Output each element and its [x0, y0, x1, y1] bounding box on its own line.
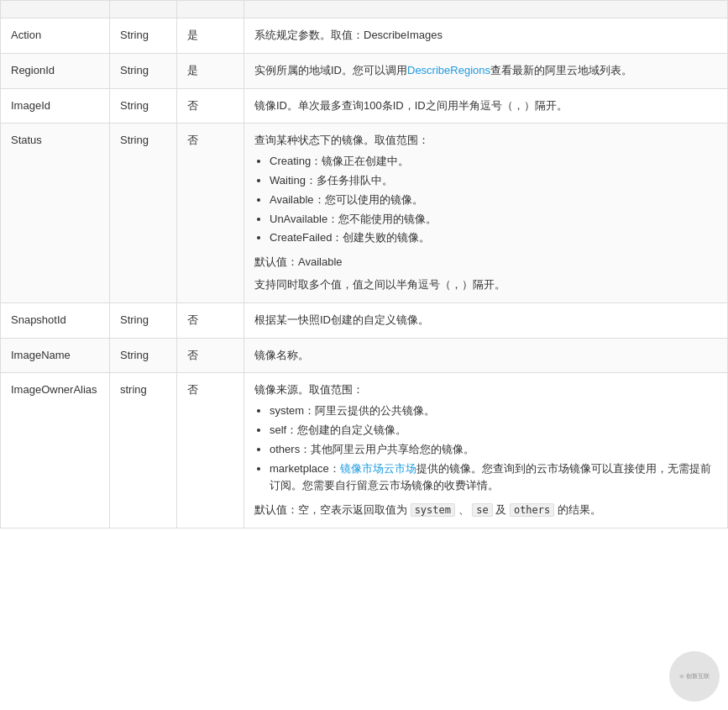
param-desc: 实例所属的地域ID。您可以调用DescribeRegions查看最新的阿里云地域…: [244, 53, 728, 88]
param-type: String: [110, 18, 177, 54]
param-type: String: [110, 88, 177, 124]
param-type: String: [110, 338, 177, 373]
param-required: 否: [177, 124, 244, 302]
param-type: String: [110, 302, 177, 338]
param-desc: 镜像名称。: [244, 338, 728, 373]
param-required: 是: [177, 53, 244, 88]
param-required: 否: [177, 373, 244, 529]
param-required: 是: [177, 18, 244, 54]
param-name: SnapshotId: [1, 302, 110, 338]
param-name: RegionId: [1, 53, 110, 88]
describe-regions-link[interactable]: DescribeRegions: [407, 64, 490, 76]
param-type: String: [110, 53, 177, 88]
header-required: [177, 1, 244, 18]
param-desc: 镜像来源。取值范围：system：阿里云提供的公共镜像。self：您创建的自定义…: [244, 373, 728, 529]
param-name: ImageName: [1, 338, 110, 373]
param-type: String: [110, 124, 177, 302]
header-name: [1, 1, 110, 18]
param-required: 否: [177, 302, 244, 338]
param-desc: 根据某一快照ID创建的自定义镜像。: [244, 302, 728, 338]
param-name: Status: [1, 124, 110, 302]
header-desc: [244, 1, 728, 18]
param-desc: 镜像ID。单次最多查询100条ID，ID之间用半角逗号（，）隔开。: [244, 88, 728, 124]
param-required: 否: [177, 88, 244, 124]
param-required: 否: [177, 338, 244, 373]
param-desc: 系统规定参数。取值：DescribeImages: [244, 18, 728, 54]
header-type: [110, 1, 177, 18]
param-name: ImageId: [1, 88, 110, 124]
param-name: Action: [1, 18, 110, 54]
param-type: string: [110, 373, 177, 529]
param-name: ImageOwnerAlias: [1, 373, 110, 529]
param-desc: 查询某种状态下的镜像。取值范围：Creating：镜像正在创建中。Waiting…: [244, 124, 728, 302]
marketplace-link[interactable]: 镜像市场云市场: [340, 462, 416, 475]
api-params-table: ActionString是系统规定参数。取值：DescribeImagesReg…: [0, 0, 728, 529]
